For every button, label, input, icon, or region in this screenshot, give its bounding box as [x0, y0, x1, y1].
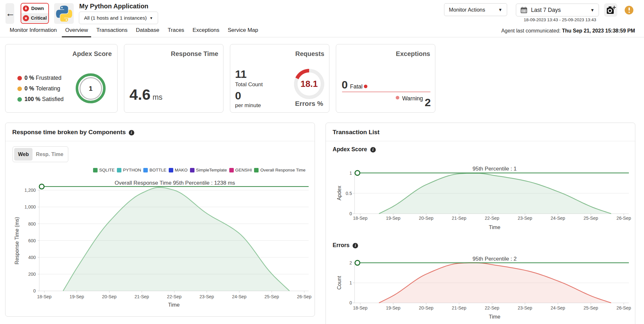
svg-text:22-Sep: 22-Sep: [167, 294, 182, 299]
svg-text:23-Sep: 23-Sep: [518, 216, 532, 221]
svg-text:0.5: 0.5: [346, 191, 352, 196]
svg-text:Apdex: Apdex: [336, 186, 342, 200]
svg-text:Time: Time: [489, 224, 500, 230]
svg-text:200: 200: [28, 272, 36, 277]
svg-text:1: 1: [349, 280, 352, 285]
svg-text:Time: Time: [168, 302, 180, 308]
svg-text:22-Sep: 22-Sep: [485, 216, 499, 221]
svg-text:22-Sep: 22-Sep: [485, 305, 499, 310]
svg-text:23-Sep: 23-Sep: [518, 305, 532, 310]
svg-text:26-Sep: 26-Sep: [297, 294, 311, 299]
svg-text:23-Sep: 23-Sep: [200, 294, 214, 299]
svg-text:25-Sep: 25-Sep: [583, 216, 598, 221]
svg-text:Overall Response Time 95th Per: Overall Response Time 95th Percentile : …: [115, 180, 235, 186]
svg-text:20-Sep: 20-Sep: [419, 216, 433, 221]
svg-text:24-Sep: 24-Sep: [551, 216, 565, 221]
svg-text:Count: Count: [336, 276, 342, 290]
svg-text:24-Sep: 24-Sep: [551, 305, 565, 310]
svg-text:0: 0: [349, 300, 352, 305]
svg-text:95th Percentile : 2: 95th Percentile : 2: [472, 256, 516, 262]
svg-text:25-Sep: 25-Sep: [583, 305, 598, 310]
svg-text:600: 600: [28, 238, 36, 243]
svg-text:400: 400: [28, 255, 36, 260]
svg-text:18-Sep: 18-Sep: [37, 294, 52, 299]
svg-text:19-Sep: 19-Sep: [70, 294, 84, 299]
svg-text:25-Sep: 25-Sep: [264, 294, 279, 299]
svg-text:21-Sep: 21-Sep: [452, 216, 466, 221]
svg-text:800: 800: [28, 221, 36, 227]
svg-text:26-Sep: 26-Sep: [617, 305, 631, 310]
svg-text:Response Time (ms): Response Time (ms): [14, 217, 20, 264]
svg-text:26-Sep: 26-Sep: [617, 216, 631, 221]
svg-text:0: 0: [33, 288, 36, 293]
svg-text:2: 2: [349, 260, 352, 265]
svg-text:1,000: 1,000: [24, 204, 36, 209]
svg-text:18-Sep: 18-Sep: [353, 216, 367, 221]
svg-text:20-Sep: 20-Sep: [419, 305, 433, 310]
svg-text:21-Sep: 21-Sep: [135, 294, 149, 299]
svg-text:20-Sep: 20-Sep: [102, 294, 117, 299]
svg-text:Time: Time: [489, 314, 500, 319]
svg-text:0: 0: [349, 211, 352, 216]
svg-text:18-Sep: 18-Sep: [353, 305, 367, 310]
svg-text:95th Percentile : 1: 95th Percentile : 1: [472, 166, 516, 172]
svg-text:21-Sep: 21-Sep: [452, 305, 466, 310]
svg-text:19-Sep: 19-Sep: [386, 216, 401, 221]
svg-text:1,200: 1,200: [24, 188, 36, 193]
svg-text:24-Sep: 24-Sep: [232, 294, 246, 299]
svg-text:19-Sep: 19-Sep: [386, 305, 401, 310]
svg-text:1: 1: [349, 171, 352, 176]
